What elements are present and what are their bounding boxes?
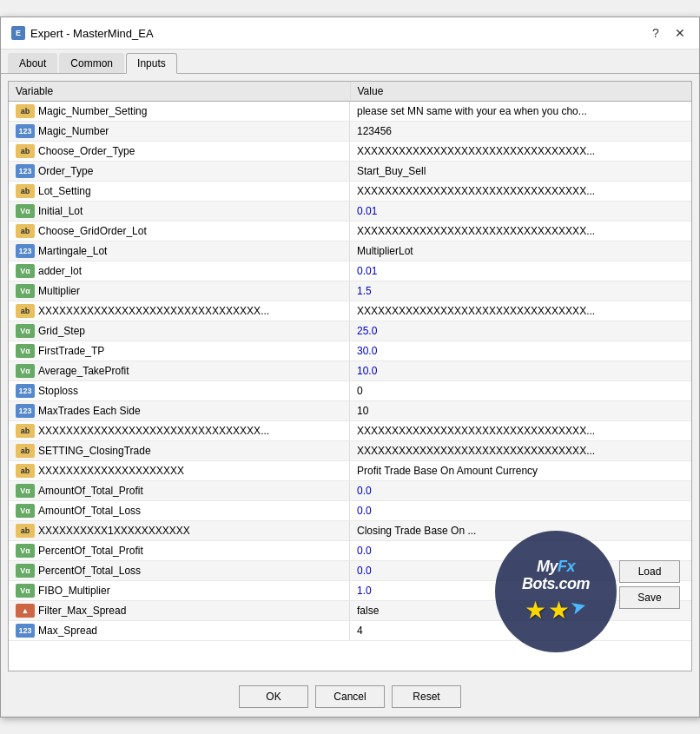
type-badge: Vα [16, 364, 35, 378]
variable-name: adder_lot [38, 265, 82, 277]
side-buttons: Load Save [619, 560, 680, 609]
variable-cell: 123Stoploss [9, 381, 350, 400]
ok-button[interactable]: OK [239, 685, 308, 708]
table-row[interactable]: abLot_SettingXXXXXXXXXXXXXXXXXXXXXXXXXXX… [9, 182, 691, 202]
variable-name: PercentOf_Total_Loss [38, 565, 141, 577]
type-badge: ab [16, 464, 35, 478]
table-row[interactable]: ▲Filter_Max_Spreadfalse [9, 601, 691, 621]
table-row[interactable]: 123Magic_Number123456 [9, 122, 691, 142]
table-row[interactable]: abXXXXXXXXXXXXXXXXXXXXXProfit Trade Base… [9, 461, 691, 481]
variable-name: Choose_Order_Type [38, 145, 135, 157]
table-row[interactable]: 123Stoploss0 [9, 381, 691, 401]
variable-cell: VαInitial_Lot [9, 202, 350, 221]
help-button[interactable]: ? [647, 24, 664, 42]
variable-name: FIBO_Multiplier [38, 585, 110, 597]
variable-cell: abLot_Setting [9, 182, 350, 201]
close-button[interactable]: ✕ [671, 24, 689, 42]
value-cell: Closing Trade Base On ... [350, 521, 691, 541]
title-bar-right: ? ✕ [647, 24, 689, 42]
value-cell: 30.0 [350, 341, 691, 361]
table-row[interactable]: abSETTING_ClosingTradeXXXXXXXXXXXXXXXXXX… [9, 441, 691, 461]
value-cell: 0 [350, 381, 691, 401]
table-header: Variable Value [9, 82, 691, 102]
variable-name: Grid_Step [38, 325, 85, 337]
value-cell: MultiplierLot [350, 241, 691, 261]
table-row[interactable]: VαAmountOf_Total_Profit0.0 [9, 481, 691, 501]
type-badge: Vα [16, 484, 35, 498]
variable-name: Magic_Number_Setting [38, 105, 147, 117]
variable-name: PercentOf_Total_Profit [38, 545, 143, 557]
variable-name: Lot_Setting [38, 185, 91, 197]
table-row[interactable]: 123Martingale_LotMultiplierLot [9, 241, 691, 261]
value-cell: 0.0 [350, 501, 691, 521]
variable-name: MaxTrades Each Side [38, 405, 141, 417]
tab-inputs[interactable]: Inputs [126, 53, 177, 74]
variable-cell: VαAverage_TakeProfit [9, 361, 350, 380]
type-badge: Vα [16, 264, 35, 278]
variable-cell: 123Magic_Number [9, 122, 350, 141]
value-cell: 1.5 [350, 281, 691, 301]
table-row[interactable]: abChoose_Order_TypeXXXXXXXXXXXXXXXXXXXXX… [9, 142, 691, 162]
table-row[interactable]: Vαadder_lot0.01 [9, 261, 691, 281]
type-badge: Vα [16, 344, 35, 358]
value-cell: 10.0 [350, 361, 691, 381]
value-cell: 123456 [350, 122, 691, 142]
variable-cell: abXXXXXXXXXXXXXXXXXXXXX [9, 461, 350, 480]
table-row[interactable]: abXXXXXXXXXXXXXXXXXXXXXXXXXXXXXXXX...XXX… [9, 421, 691, 441]
value-cell: Start_Buy_Sell [350, 162, 691, 182]
table-row[interactable]: abMagic_Number_Settingplease set MN same… [9, 102, 691, 122]
table-row[interactable]: abXXXXXXXXXXXXXXXXXXXXXXXXXXXXXXXX...XXX… [9, 301, 691, 321]
table-row[interactable]: VαFIBO_Multiplier1.0 [9, 581, 691, 601]
variable-name: Average_TakeProfit [38, 365, 129, 377]
window-title: Expert - MasterMind_EA [30, 27, 154, 40]
table-row[interactable]: abXXXXXXXXXX1XXXXXXXXXXXClosing Trade Ba… [9, 521, 691, 541]
value-cell: 0.01 [350, 261, 691, 281]
variable-name: AmountOf_Total_Loss [38, 505, 141, 517]
type-badge: ab [16, 424, 35, 438]
tab-about[interactable]: About [8, 53, 57, 73]
type-badge: 123 [16, 124, 35, 138]
variable-name: SETTING_ClosingTrade [38, 445, 151, 457]
variable-cell: abChoose_Order_Type [9, 142, 350, 161]
main-content: Variable Value abMagic_Number_Settingple… [1, 74, 699, 678]
col-variable: Variable [9, 82, 350, 102]
reset-button[interactable]: Reset [392, 685, 461, 708]
variable-cell: 123MaxTrades Each Side [9, 401, 350, 420]
table-row[interactable]: VαFirstTrade_TP30.0 [9, 341, 691, 361]
table-row[interactable]: VαPercentOf_Total_Loss0.0 [9, 561, 691, 581]
table-row[interactable]: VαGrid_Step25.0 [9, 321, 691, 341]
variable-name: XXXXXXXXXXXXXXXXXXXXXXXXXXXXXXXX... [38, 305, 269, 317]
type-badge: Vα [16, 564, 35, 578]
load-button[interactable]: Load [619, 560, 680, 583]
table-row[interactable]: 123Order_TypeStart_Buy_Sell [9, 162, 691, 182]
parameters-table-container[interactable]: Variable Value abMagic_Number_Settingple… [8, 81, 692, 671]
table-row[interactable]: 123MaxTrades Each Side10 [9, 401, 691, 421]
table-row[interactable]: 123Max_Spread4 [9, 621, 691, 641]
variable-cell: abXXXXXXXXXXXXXXXXXXXXXXXXXXXXXXXX... [9, 421, 350, 440]
variable-name: FirstTrade_TP [38, 345, 104, 357]
variable-name: Choose_GridOrder_Lot [38, 225, 147, 237]
value-cell: 0.0 [350, 541, 691, 561]
table-row[interactable]: VαAverage_TakeProfit10.0 [9, 361, 691, 381]
type-badge: Vα [16, 324, 35, 338]
table-row[interactable]: VαMultiplier1.5 [9, 281, 691, 301]
cancel-button[interactable]: Cancel [315, 685, 385, 708]
table-row[interactable]: VαAmountOf_Total_Loss0.0 [9, 501, 691, 521]
tab-bar: About Common Inputs [1, 50, 699, 74]
tab-common[interactable]: Common [59, 53, 124, 73]
value-cell: 10 [350, 401, 691, 421]
variable-name: Stoploss [38, 385, 78, 397]
table-row[interactable]: abChoose_GridOrder_LotXXXXXXXXXXXXXXXXXX… [9, 222, 691, 241]
title-bar: E Expert - MasterMind_EA ? ✕ [1, 17, 699, 50]
variable-name: XXXXXXXXXXXXXXXXXXXXX [38, 465, 184, 477]
type-badge: ab [16, 144, 35, 158]
save-button[interactable]: Save [619, 586, 680, 609]
value-cell: please set MN same with your ea when you… [350, 102, 691, 122]
table-row[interactable]: VαPercentOf_Total_Profit0.0 [9, 541, 691, 561]
variable-cell: VαGrid_Step [9, 321, 350, 341]
variable-name: Martingale_Lot [38, 245, 107, 257]
value-cell: XXXXXXXXXXXXXXXXXXXXXXXXXXXXXXXXX... [350, 421, 691, 441]
variable-name: Initial_Lot [38, 205, 83, 217]
table-row[interactable]: VαInitial_Lot0.01 [9, 202, 691, 222]
variable-cell: abSETTING_ClosingTrade [9, 441, 350, 460]
